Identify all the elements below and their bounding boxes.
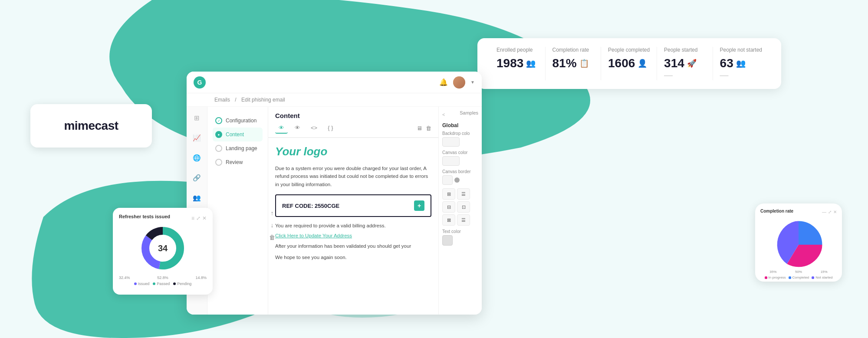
pie-dot-inprogress <box>765 276 767 279</box>
donut-title: Refresher tests issued <box>119 214 170 219</box>
enrolled-people-label: Enrolled people <box>496 47 538 53</box>
pie-title: Completion rate <box>760 209 793 213</box>
pie-chart-card: Completion rate — ⤢ ✕ 35% 50% 15% <box>755 203 842 282</box>
editor-header-right: 🔔 ▼ <box>439 76 475 89</box>
pie-close-icon-2[interactable]: ✕ <box>833 210 837 214</box>
pie-label-inprogress: In progress <box>769 276 786 279</box>
people-started-value: 314 🚀 <box>664 56 706 70</box>
breadcrumb-current: Edit phishing email <box>241 97 285 103</box>
delete-row-btn[interactable]: 🗑 <box>267 233 277 242</box>
toolbar-view-btn[interactable]: 👁 <box>275 123 288 134</box>
format-btn-align[interactable]: ☰ <box>457 214 470 226</box>
legend-dot-passed <box>153 282 155 285</box>
sidebar-icon-link[interactable]: 🔗 <box>191 172 203 184</box>
donut-legend: 32.4% 52.8% 14.8% <box>119 276 207 280</box>
people-not-started-stat: People not started 63 👥 — <box>713 47 769 80</box>
donut-menu-icon[interactable]: ≡ <box>191 215 194 221</box>
enrolled-people-value: 1983 👥 <box>496 56 538 70</box>
people-completed-stat: People completed 1606 👤 <box>601 47 657 80</box>
ref-code-box: REF CODE: 2550CGE + <box>275 194 431 217</box>
legend-label-passed: Passed <box>157 282 170 286</box>
arrow-down-btn[interactable]: ↓ <box>267 220 277 230</box>
people-started-dash: — <box>664 70 706 80</box>
text-color-swatch[interactable] <box>442 235 453 246</box>
email-valid-text: You are required to provide a valid bill… <box>275 222 431 230</box>
enrolled-people-stat: Enrolled people 1983 👥 <box>490 47 546 80</box>
people-not-started-dash: — <box>720 70 762 80</box>
people-not-started-value: 63 👥 <box>720 56 762 70</box>
completion-icon: 📋 <box>579 59 589 68</box>
format-buttons-grid: ⊞ ☰ ⊟ ⊡ ⊠ ☰ <box>442 188 478 226</box>
format-btn-image[interactable]: ⊡ <box>457 201 470 213</box>
bell-icon[interactable]: 🔔 <box>439 78 448 86</box>
people-started-icon: 🚀 <box>687 59 697 68</box>
completion-rate-value: 81% 📋 <box>552 56 594 70</box>
donut-expand-icon[interactable]: ⤢ <box>196 215 201 221</box>
avatar[interactable] <box>453 76 465 89</box>
email-preview: Your logo Due to a system error you were… <box>268 138 438 315</box>
step-circle-configuration: ✓ <box>215 117 222 124</box>
global-label: Global <box>442 122 478 128</box>
sidebar-icon-globe[interactable]: 🌐 <box>191 152 203 164</box>
pie-expand-icon[interactable]: ⤢ <box>828 210 832 214</box>
canvas-color-swatch[interactable] <box>442 156 460 166</box>
legend-passed: Passed <box>153 282 170 286</box>
chevron-left-icon[interactable]: < <box>442 112 445 117</box>
format-btn-list[interactable]: ☰ <box>457 188 470 200</box>
people-started-stat: People started 314 🚀 — <box>657 47 713 80</box>
toolbar-delete-btn[interactable]: 🗑 <box>426 125 431 131</box>
legend-pending: Pending <box>173 282 191 286</box>
legend-label-pending: Pending <box>177 282 191 286</box>
legend-label-issued: Issued <box>138 282 150 286</box>
editor-card: G 🔔 ▼ Emails / Edit phishing email ⊞ 📈 🌐… <box>187 72 482 315</box>
toolbar-template-btn[interactable]: { } <box>324 123 336 134</box>
format-btn-divider[interactable]: ⊟ <box>442 201 455 213</box>
toolbar-preview-btn[interactable]: 👁 <box>291 123 304 134</box>
pie-svg <box>773 219 825 271</box>
pie-val-notstarted: 15% <box>821 270 828 274</box>
legend-dot-issued <box>134 282 137 285</box>
donut-pct-2: 52.8% <box>157 276 168 280</box>
breadcrumb-separator: / <box>235 97 236 103</box>
backdrop-color-label: Backdrop colo <box>442 131 478 136</box>
ref-code-plus-btn[interactable]: + <box>414 200 424 211</box>
sidebar-icon-home[interactable]: ⊞ <box>191 112 203 124</box>
people-not-started-icon: 👥 <box>736 59 746 68</box>
donut-icons: ≡ ⤢ ✕ <box>191 215 207 221</box>
pie-label-notstarted: Not started <box>815 276 832 279</box>
text-color-label: Text color <box>442 229 478 234</box>
format-btn-table[interactable]: ⊞ <box>442 188 455 200</box>
toolbar-code-btn[interactable]: <> <box>307 123 321 134</box>
border-radius-control[interactable] <box>454 177 460 183</box>
step-circle-landing <box>215 145 222 152</box>
sidebar-icon-chart[interactable]: 📈 <box>191 132 203 144</box>
email-logo: Your logo <box>275 145 431 158</box>
stats-card: Enrolled people 1983 👥 Completion rate 8… <box>477 38 781 89</box>
step-configuration[interactable]: ✓ Configuration <box>213 114 263 128</box>
arrow-up-btn[interactable]: ↑ <box>267 208 277 218</box>
email-body: Due to a system error you were double ch… <box>275 164 431 188</box>
app-logo: G <box>194 76 206 89</box>
canvas-border-swatch[interactable] <box>442 175 453 185</box>
backdrop-color-swatch[interactable] <box>442 137 460 147</box>
people-started-label: People started <box>664 47 706 53</box>
format-btn-text[interactable]: ⊠ <box>442 214 455 226</box>
step-content[interactable]: ● Content <box>213 128 263 141</box>
avatar-chevron[interactable]: ▼ <box>470 80 475 85</box>
pie-chart-wrap <box>760 219 837 271</box>
email-update-link[interactable]: Click Here to Update Your Address <box>275 233 431 238</box>
people-completed-value: 1606 👤 <box>608 56 650 70</box>
step-landing[interactable]: Landing page <box>213 141 263 155</box>
toolbar-desktop-btn[interactable]: 🖥 <box>417 125 422 131</box>
sidebar-icon-users[interactable]: 👥 <box>191 192 203 204</box>
enrolled-icon: 👥 <box>526 59 536 68</box>
samples-label: Samples <box>460 110 478 115</box>
ref-code-text: REF CODE: 2550CGE <box>282 203 339 209</box>
step-label-configuration: Configuration <box>226 118 256 124</box>
step-label-content: Content <box>226 131 244 138</box>
donut-close-icon[interactable]: ✕ <box>202 215 207 221</box>
pie-close-icon-1[interactable]: — <box>822 210 826 214</box>
step-review[interactable]: Review <box>213 155 263 169</box>
breadcrumb-emails[interactable]: Emails <box>214 97 230 103</box>
content-area: Content 👁 👁 <> { } 🖥 🗑 Your logo Due to … <box>268 107 438 315</box>
